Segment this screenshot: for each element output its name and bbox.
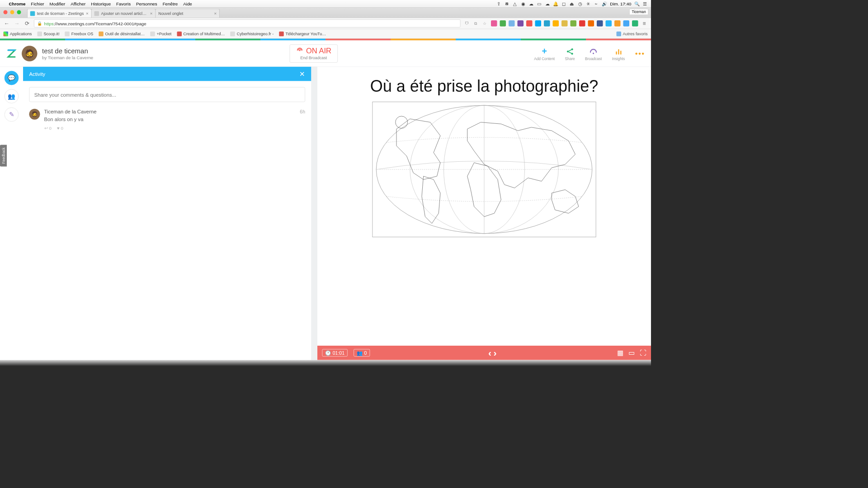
tab-zeetings[interactable]: test de ticeman - Zeetings × [27, 9, 92, 18]
menu-favoris[interactable]: Favoris [116, 1, 131, 6]
zeetings-header: 🧔 test de ticeman by Ticeman de la Caver… [0, 40, 651, 67]
reply-button[interactable]: ↩ 0 [44, 126, 52, 131]
tab-close-icon[interactable]: × [214, 11, 217, 16]
chrome-user-chip[interactable]: Ticeman [629, 9, 648, 15]
grid-view-button[interactable]: ▦ [617, 349, 623, 357]
ext1-icon[interactable] [491, 20, 497, 27]
menubar-app[interactable]: Chrome [9, 1, 26, 6]
ext3-icon[interactable] [509, 20, 515, 27]
menu-aide[interactable]: Aide [183, 1, 192, 6]
ext7-icon[interactable] [544, 20, 550, 27]
ext15-icon[interactable] [614, 20, 621, 27]
volume-icon[interactable]: 🔊 [602, 1, 607, 6]
bookmark-youtube[interactable]: Téléchargeur YouTu… [279, 31, 326, 36]
ext8-icon[interactable] [553, 20, 559, 27]
close-window-icon[interactable] [4, 10, 8, 14]
feedback-tab[interactable]: Feedback [0, 145, 7, 166]
forward-button[interactable]: → [14, 20, 20, 27]
more-menu-button[interactable]: ••• [635, 49, 645, 58]
tab-newtab[interactable]: Nouvel onglet × [156, 9, 220, 18]
bookmark-scoop[interactable]: Scoop.it! [37, 31, 59, 36]
ext4-icon[interactable] [518, 20, 524, 27]
people-icon: 👥 [8, 93, 15, 100]
tab-article[interactable]: Ajouter un nouvel article ‹ Le… × [91, 9, 156, 18]
minimize-window-icon[interactable] [10, 10, 14, 14]
fullscreen-button[interactable]: ⛶ [640, 349, 646, 357]
gdrive-icon[interactable]: △ [512, 1, 517, 6]
url-input[interactable]: 🔒 https://www.zeetings.com/Ticeman/7542-… [34, 19, 461, 28]
ext6-icon[interactable] [535, 20, 542, 27]
bookmark-apps[interactable]: Applications [4, 31, 32, 36]
ext14-icon[interactable] [606, 20, 612, 27]
cloud2-icon[interactable]: ☁ [545, 1, 550, 6]
adobe-icon[interactable]: ⟎ [504, 1, 509, 6]
bookmark-outil[interactable]: Outil de désinstallat… [99, 31, 145, 36]
screen-icon[interactable]: ▭ [537, 1, 542, 6]
menu-fenetre[interactable]: Fenêtre [163, 1, 178, 6]
prev-slide-button[interactable]: ‹ [488, 347, 493, 358]
bookmark-freebox[interactable]: Freebox OS [65, 31, 94, 36]
bookmark-other-folder[interactable]: Autres favoris [616, 31, 647, 36]
share-button[interactable]: Share [565, 46, 575, 61]
comment-input[interactable] [29, 87, 306, 102]
activity-rail-button[interactable]: 💬 [5, 71, 19, 85]
timer-badge[interactable]: 🕐01:01 [322, 349, 348, 357]
viewers-badge[interactable]: 👥0 [354, 349, 370, 357]
menu-afficher[interactable]: Afficher [71, 1, 85, 6]
chrome-menu-icon[interactable]: ≡ [641, 20, 648, 27]
present-view-button[interactable]: ▭ [628, 349, 635, 357]
back-button[interactable]: ← [4, 20, 10, 27]
ext16-icon[interactable] [623, 20, 630, 27]
eye-icon[interactable]: ◉ [520, 1, 525, 6]
bookmark-pocket[interactable]: +Pocket [150, 31, 171, 36]
onair-button[interactable]: ON AIR End Broadcast [289, 44, 338, 63]
zeetings-logo-icon[interactable] [6, 48, 17, 59]
wifi-icon[interactable]: ⧜ [594, 1, 599, 6]
macos-menubar: Chrome Fichier Modifier Afficher Histori… [0, 0, 651, 8]
next-slide-button[interactable]: › [494, 347, 499, 358]
ext5-icon[interactable] [526, 20, 533, 27]
spotlight-icon[interactable]: 🔍 [634, 1, 639, 6]
ext12-icon[interactable] [588, 20, 594, 27]
ext10-icon[interactable] [571, 20, 577, 27]
menu-modifier[interactable]: Modifier [50, 1, 66, 6]
menu-icon[interactable]: ☰ [642, 1, 647, 6]
tab-close-icon[interactable]: × [150, 11, 153, 16]
ext11-icon[interactable] [579, 20, 585, 27]
broadcast-button[interactable]: Broadcast [585, 46, 602, 61]
menu-historique[interactable]: Historique [91, 1, 111, 6]
add-content-button[interactable]: + Add Content [534, 46, 555, 61]
bookmark-creation[interactable]: Creation of Multimed… [177, 31, 225, 36]
dropbox-icon[interactable]: ⇪ [496, 1, 501, 6]
close-activity-button[interactable]: ✕ [299, 70, 305, 78]
draw-rail-button[interactable]: ✎ [5, 108, 19, 122]
ext2-icon[interactable] [500, 20, 506, 27]
clock-icon[interactable]: ◷ [577, 1, 582, 6]
like-button[interactable]: ♥ 0 [57, 126, 63, 131]
cloud-icon[interactable]: ☁ [528, 1, 533, 6]
bell-icon[interactable]: 🔔 [553, 1, 558, 6]
ext17-icon[interactable] [632, 20, 638, 27]
display-icon[interactable]: ◻ [561, 1, 566, 6]
reload-button[interactable]: ⟳ [24, 20, 31, 27]
tab-title: Nouvel onglet [158, 11, 212, 16]
people-rail-button[interactable]: 👥 [5, 89, 19, 103]
tab-close-icon[interactable]: × [86, 11, 89, 16]
bt-icon[interactable]: ⚹ [585, 1, 590, 6]
ext9-icon[interactable] [561, 20, 568, 27]
menubar-time[interactable]: Dim. 17:40 [610, 1, 631, 6]
bookmark-cyber[interactable]: Cyberhistoiregeo.fr - [230, 31, 274, 36]
ext13-icon[interactable] [597, 20, 603, 27]
menu-personnes[interactable]: Personnes [136, 1, 157, 6]
onair-label: ON AIR [306, 46, 331, 55]
insights-button[interactable]: Insights [612, 46, 625, 61]
shield-icon[interactable]: ⛉ [464, 20, 470, 27]
eject-icon[interactable]: ⏏ [569, 1, 574, 6]
slide-question: Où a été prise la photographie? [330, 77, 639, 95]
presenter-avatar[interactable]: 🧔 [22, 46, 38, 61]
tag-icon[interactable]: ⧉ [473, 20, 479, 27]
star-icon[interactable]: ☆ [481, 20, 488, 27]
world-map[interactable] [373, 102, 596, 237]
menu-fichier[interactable]: Fichier [31, 1, 44, 6]
zoom-window-icon[interactable] [17, 10, 21, 14]
